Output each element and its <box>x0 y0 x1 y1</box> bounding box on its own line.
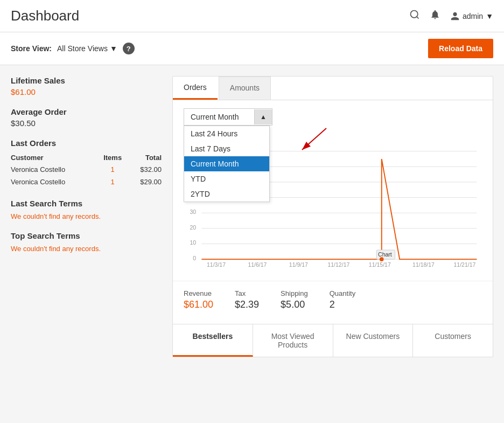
svg-text:11/6/17: 11/6/17 <box>248 261 267 268</box>
header-actions: admin ▼ <box>409 9 493 23</box>
customer-name: Veronica Costello <box>11 163 98 176</box>
average-order-block: Average Order $30.50 <box>11 107 162 128</box>
stat-label: Shipping <box>281 289 308 297</box>
lifetime-sales-value: $61.00 <box>11 87 162 96</box>
svg-line-1 <box>417 17 419 19</box>
bottom-tab-bestsellers[interactable]: Bestsellers <box>173 324 253 357</box>
store-view-select[interactable]: All Store Views ▼ <box>57 44 117 53</box>
bottom-tab-most-viewed-products[interactable]: Most Viewed Products <box>253 324 333 357</box>
dropdown-current-value: Current Month <box>184 109 254 125</box>
bottom-tab-new-customers[interactable]: New Customers <box>333 324 414 357</box>
table-row: Veronica Costello 1 $32.00 <box>11 163 162 176</box>
stat-value: $61.00 <box>184 299 213 310</box>
store-view-value: All Store Views <box>57 44 108 53</box>
lifetime-sales-block: Lifetime Sales $61.00 <box>11 76 162 96</box>
dropdown-trigger[interactable]: Current Month ▲ <box>184 108 272 126</box>
bottom-tabs: BestsellersMost Viewed ProductsNew Custo… <box>173 324 493 357</box>
store-view-container: Store View: All Store Views ▼ ? <box>11 43 135 54</box>
svg-text:20: 20 <box>190 224 196 231</box>
customer-name: Veronica Costello <box>11 176 98 188</box>
stat-value: $5.00 <box>281 299 308 310</box>
order-total: $32.00 <box>127 163 162 176</box>
stat-item: Shipping $5.00 <box>281 289 308 310</box>
svg-point-29 <box>380 257 384 261</box>
store-view-label: Store View: <box>11 44 52 53</box>
top-search-terms-text: We couldn't find any records. <box>11 245 162 253</box>
bell-icon[interactable] <box>430 9 440 23</box>
customer-col-header: Customer <box>11 152 98 163</box>
bottom-tab-customers[interactable]: Customers <box>413 324 493 357</box>
items-col-header: Items <box>98 152 127 163</box>
stats-row: Revenue $61.00 Tax $2.39 Shipping $5.00 … <box>173 281 493 318</box>
search-icon[interactable] <box>409 9 420 23</box>
order-items: 1 <box>98 163 127 176</box>
svg-text:11/9/17: 11/9/17 <box>289 261 308 268</box>
stat-item: Revenue $61.00 <box>184 289 213 310</box>
dropdown-option-last24[interactable]: Last 24 Hours <box>184 126 269 141</box>
stat-value: 2 <box>330 299 355 310</box>
main-content: Lifetime Sales $61.00 Average Order $30.… <box>0 65 504 368</box>
last-search-terms-block: Last Search Terms We couldn't find any r… <box>11 199 162 220</box>
toolbar: Store View: All Store Views ▼ ? Reload D… <box>0 32 504 65</box>
main-tabs: Orders Amounts <box>173 77 493 100</box>
tab-orders[interactable]: Orders <box>173 77 218 100</box>
svg-text:11/15/17: 11/15/17 <box>369 261 391 268</box>
stat-value: $2.39 <box>235 299 259 310</box>
svg-text:11/18/17: 11/18/17 <box>412 261 435 268</box>
stat-label: Revenue <box>184 289 213 297</box>
orders-table: Customer Items Total Veronica Costello 1… <box>11 152 162 188</box>
top-search-terms-title: Top Search Terms <box>11 231 162 240</box>
last-orders-block: Last Orders Customer Items Total Veronic… <box>11 138 162 188</box>
reload-data-button[interactable]: Reload Data <box>428 39 493 58</box>
svg-text:11/12/17: 11/12/17 <box>327 261 349 268</box>
dropdown-option-ytd[interactable]: YTD <box>184 171 269 186</box>
stat-item: Quantity 2 <box>330 289 355 310</box>
tab-amounts[interactable]: Amounts <box>219 77 271 100</box>
dropdown-menu: Last 24 Hours Last 7 Days Current Month … <box>184 126 270 202</box>
svg-text:0: 0 <box>193 255 196 261</box>
svg-text:10: 10 <box>190 239 196 246</box>
last-search-terms-title: Last Search Terms <box>11 199 162 208</box>
period-dropdown: Current Month ▲ Last 24 Hours Last 7 Day… <box>184 108 272 126</box>
dropdown-option-current-month[interactable]: Current Month <box>184 156 269 171</box>
stat-item: Tax $2.39 <box>235 289 259 310</box>
admin-menu[interactable]: admin ▼ <box>450 11 493 21</box>
table-row: Veronica Costello 1 $29.00 <box>11 176 162 188</box>
last-search-terms-text: We couldn't find any records. <box>11 212 162 220</box>
lifetime-sales-label: Lifetime Sales <box>11 76 162 85</box>
svg-text:30: 30 <box>190 209 196 215</box>
header: Dashboard admin ▼ <box>0 0 504 32</box>
admin-label: admin <box>463 12 483 20</box>
average-order-label: Average Order <box>11 107 162 116</box>
order-items: 1 <box>98 176 127 188</box>
left-panel: Lifetime Sales $61.00 Average Order $30.… <box>11 76 162 357</box>
help-icon[interactable]: ? <box>123 43 135 54</box>
stat-label: Quantity <box>330 289 355 297</box>
svg-text:11/3/17: 11/3/17 <box>207 261 226 268</box>
last-orders-title: Last Orders <box>11 138 162 148</box>
top-search-terms-block: Top Search Terms We couldn't find any re… <box>11 231 162 253</box>
right-panel: Orders Amounts Current Month ▲ Last 24 H… <box>172 76 493 357</box>
svg-point-0 <box>411 11 418 18</box>
dropdown-option-2ytd[interactable]: 2YTD <box>184 186 269 202</box>
total-col-header: Total <box>127 152 162 163</box>
dropdown-arrow-icon[interactable]: ▲ <box>254 109 272 124</box>
average-order-value: $30.50 <box>11 119 162 128</box>
page-title: Dashboard <box>11 8 79 24</box>
store-view-chevron-icon: ▼ <box>110 44 117 53</box>
admin-chevron-icon: ▼ <box>486 12 493 20</box>
chart-area: Current Month ▲ Last 24 Hours Last 7 Day… <box>173 100 493 281</box>
svg-text:11/21/17: 11/21/17 <box>453 261 475 268</box>
stat-label: Tax <box>235 289 259 297</box>
order-total: $29.00 <box>127 176 162 188</box>
dropdown-option-last7[interactable]: Last 7 Days <box>184 141 269 156</box>
svg-text:Chart: Chart <box>378 251 392 258</box>
